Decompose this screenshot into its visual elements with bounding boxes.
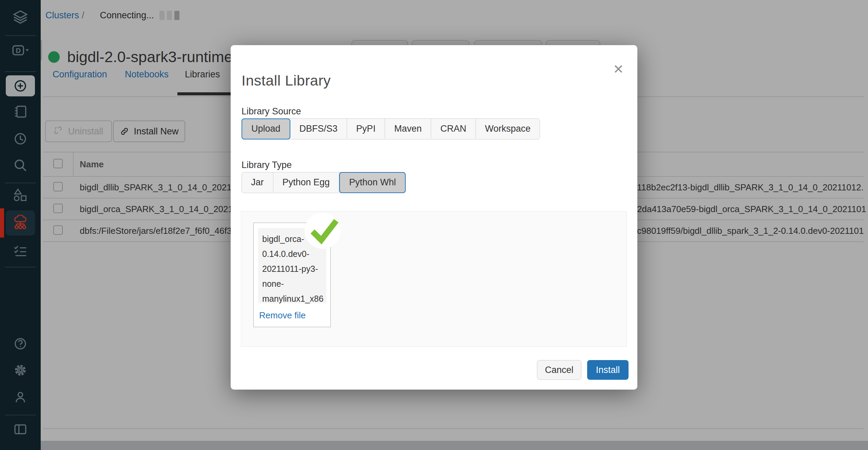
type-python-whl-button[interactable]: Python Whl xyxy=(339,172,406,193)
cancel-button[interactable]: Cancel xyxy=(537,360,581,380)
type-python-egg-button[interactable]: Python Egg xyxy=(273,172,340,192)
source-cran-button[interactable]: CRAN xyxy=(431,119,476,138)
check-success-icon xyxy=(303,211,343,251)
source-workspace-button[interactable]: Workspace xyxy=(476,119,540,138)
library-source-group: Upload DBFS/S3 PyPI Maven CRAN Workspace xyxy=(242,118,540,139)
library-type-label: Library Type xyxy=(242,160,292,170)
library-source-label: Library Source xyxy=(242,106,301,117)
install-library-modal: Install Library ✕ Library Source Upload … xyxy=(231,45,637,390)
source-pypi-button[interactable]: PyPI xyxy=(347,119,385,138)
source-upload-button[interactable]: Upload xyxy=(242,118,290,139)
file-drop-zone[interactable]: bigdl_orca-0.14.0.dev0-20211011-py3-none… xyxy=(241,211,627,347)
type-jar-button[interactable]: Jar xyxy=(242,172,273,192)
library-type-group: Jar Python Egg Python Whl xyxy=(242,172,406,193)
uploaded-file-card: bigdl_orca-0.14.0.dev0-20211011-py3-none… xyxy=(253,223,331,327)
source-dbfs-s3-button[interactable]: DBFS/S3 xyxy=(290,119,347,138)
install-button[interactable]: Install xyxy=(587,360,629,380)
remove-file-link[interactable]: Remove file xyxy=(259,310,306,321)
source-maven-button[interactable]: Maven xyxy=(385,119,431,138)
close-icon[interactable]: ✕ xyxy=(613,63,624,76)
modal-title: Install Library xyxy=(242,72,331,89)
